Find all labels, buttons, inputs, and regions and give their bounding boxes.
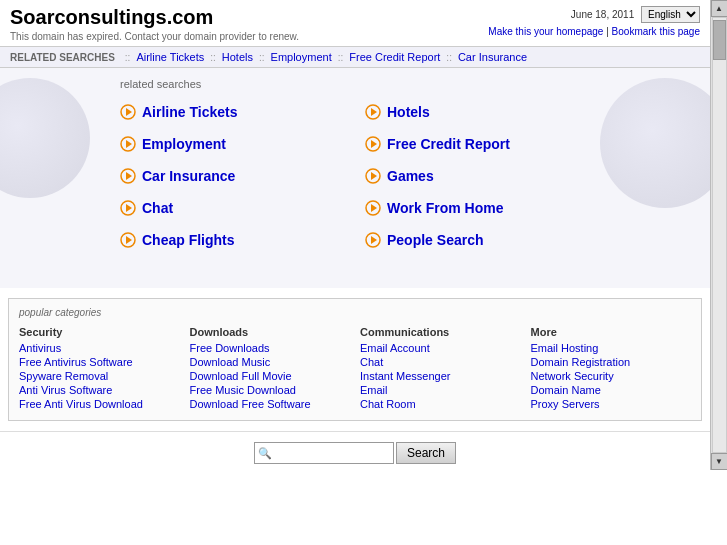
arrow-icon bbox=[120, 168, 136, 184]
search-link-chat[interactable]: Chat bbox=[142, 200, 173, 216]
decorative-circle-left bbox=[0, 78, 90, 198]
popular-link[interactable]: Download Music bbox=[190, 356, 351, 368]
nav-item-employment[interactable]: Employment bbox=[271, 51, 332, 63]
svg-marker-15 bbox=[371, 204, 377, 212]
scrollbar[interactable]: ▲ ▼ bbox=[710, 0, 727, 470]
arrow-icon bbox=[365, 200, 381, 216]
search-link-people[interactable]: People Search bbox=[387, 232, 484, 248]
nav-item-airline[interactable]: Airline Tickets bbox=[136, 51, 204, 63]
popular-link[interactable]: Anti Virus Software bbox=[19, 384, 180, 396]
svg-marker-13 bbox=[126, 204, 132, 212]
search-link-employment[interactable]: Employment bbox=[142, 136, 226, 152]
popular-link[interactable]: Email bbox=[360, 384, 521, 396]
make-homepage-link[interactable]: Make this your homepage bbox=[488, 26, 603, 37]
search-link-games[interactable]: Games bbox=[387, 168, 434, 184]
search-link-insurance[interactable]: Car Insurance bbox=[142, 168, 235, 184]
popular-link[interactable]: Free Downloads bbox=[190, 342, 351, 354]
popular-link[interactable]: Domain Name bbox=[531, 384, 692, 396]
language-select[interactable]: English bbox=[641, 6, 700, 23]
arrow-icon bbox=[365, 232, 381, 248]
main-area: related searches Airline Tickets Hotels bbox=[0, 68, 710, 288]
popular-link[interactable]: Antivirus bbox=[19, 342, 180, 354]
popular-link[interactable]: Download Free Software bbox=[190, 398, 351, 410]
popular-link[interactable]: Proxy Servers bbox=[531, 398, 692, 410]
nav-item-insurance[interactable]: Car Insurance bbox=[458, 51, 527, 63]
svg-marker-9 bbox=[126, 172, 132, 180]
popular-link[interactable]: Email Hosting bbox=[531, 342, 692, 354]
search-link-hotels[interactable]: Hotels bbox=[387, 104, 430, 120]
list-item: Hotels bbox=[365, 100, 590, 124]
svg-marker-1 bbox=[126, 108, 132, 116]
svg-marker-5 bbox=[126, 140, 132, 148]
header: Soarconsultings.com This domain has expi… bbox=[0, 0, 710, 47]
popular-col-communications: Communications Email Account Chat Instan… bbox=[360, 326, 521, 412]
bookmark-link[interactable]: Bookmark this page bbox=[612, 26, 700, 37]
nav-bar: RELATED SEARCHES :: Airline Tickets :: H… bbox=[0, 47, 710, 68]
arrow-icon bbox=[365, 168, 381, 184]
scroll-thumb[interactable] bbox=[713, 20, 726, 60]
search-link-flights[interactable]: Cheap Flights bbox=[142, 232, 235, 248]
svg-marker-3 bbox=[371, 108, 377, 116]
popular-col-title-security: Security bbox=[19, 326, 180, 338]
svg-marker-11 bbox=[371, 172, 377, 180]
popular-link[interactable]: Email Account bbox=[360, 342, 521, 354]
nav-label: RELATED SEARCHES bbox=[10, 52, 115, 63]
popular-col-security: Security Antivirus Free Antivirus Softwa… bbox=[19, 326, 180, 412]
list-item: Chat bbox=[120, 196, 345, 220]
search-bar-area: 🔍 Search bbox=[0, 431, 710, 470]
scroll-up-button[interactable]: ▲ bbox=[711, 0, 728, 17]
popular-link[interactable]: Free Music Download bbox=[190, 384, 351, 396]
search-input[interactable] bbox=[254, 442, 394, 464]
search-link-airline[interactable]: Airline Tickets bbox=[142, 104, 237, 120]
popular-link[interactable]: Chat bbox=[360, 356, 521, 368]
decorative-circle-right bbox=[600, 78, 710, 208]
list-item: Work From Home bbox=[365, 196, 590, 220]
svg-marker-19 bbox=[371, 236, 377, 244]
popular-col-title-downloads: Downloads bbox=[190, 326, 351, 338]
popular-section: popular categories Security Antivirus Fr… bbox=[8, 298, 702, 421]
scroll-track[interactable] bbox=[712, 17, 727, 453]
popular-link[interactable]: Network Security bbox=[531, 370, 692, 382]
scroll-down-button[interactable]: ▼ bbox=[711, 453, 728, 470]
arrow-icon bbox=[120, 104, 136, 120]
arrow-icon bbox=[120, 232, 136, 248]
popular-col-title-communications: Communications bbox=[360, 326, 521, 338]
popular-link[interactable]: Free Antivirus Software bbox=[19, 356, 180, 368]
search-button[interactable]: Search bbox=[396, 442, 456, 464]
nav-item-hotels[interactable]: Hotels bbox=[222, 51, 253, 63]
arrow-icon bbox=[120, 200, 136, 216]
header-date: June 18, 2011 English bbox=[488, 6, 700, 23]
search-link-wfh[interactable]: Work From Home bbox=[387, 200, 503, 216]
list-item: People Search bbox=[365, 228, 590, 252]
popular-link[interactable]: Chat Room bbox=[360, 398, 521, 410]
arrow-icon bbox=[365, 136, 381, 152]
list-item: Employment bbox=[120, 132, 345, 156]
popular-link[interactable]: Spyware Removal bbox=[19, 370, 180, 382]
arrow-icon bbox=[365, 104, 381, 120]
svg-marker-17 bbox=[126, 236, 132, 244]
list-item: Airline Tickets bbox=[120, 100, 345, 124]
list-item: Cheap Flights bbox=[120, 228, 345, 252]
list-item: Car Insurance bbox=[120, 164, 345, 188]
popular-title: popular categories bbox=[19, 307, 691, 318]
list-item: Free Credit Report bbox=[365, 132, 590, 156]
popular-col-title-more: More bbox=[531, 326, 692, 338]
related-title: related searches bbox=[120, 78, 590, 90]
popular-link[interactable]: Domain Registration bbox=[531, 356, 692, 368]
search-links-grid: Airline Tickets Hotels Employment bbox=[120, 100, 590, 252]
svg-marker-7 bbox=[371, 140, 377, 148]
arrow-icon bbox=[120, 136, 136, 152]
popular-col-more: More Email Hosting Domain Registration N… bbox=[531, 326, 692, 412]
popular-link[interactable]: Instant Messenger bbox=[360, 370, 521, 382]
list-item: Games bbox=[365, 164, 590, 188]
search-link-credit[interactable]: Free Credit Report bbox=[387, 136, 510, 152]
popular-grid: Security Antivirus Free Antivirus Softwa… bbox=[19, 326, 691, 412]
popular-link[interactable]: Download Full Movie bbox=[190, 370, 351, 382]
popular-col-downloads: Downloads Free Downloads Download Music … bbox=[190, 326, 351, 412]
popular-link[interactable]: Free Anti Virus Download bbox=[19, 398, 180, 410]
nav-item-credit[interactable]: Free Credit Report bbox=[349, 51, 440, 63]
search-icon: 🔍 bbox=[258, 447, 272, 460]
